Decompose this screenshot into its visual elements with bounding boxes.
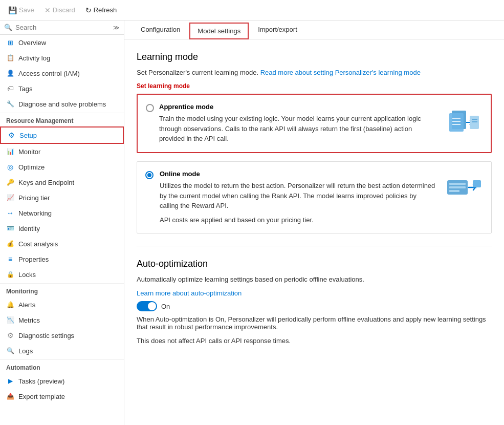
export-icon <box>6 392 14 400</box>
content-body: Learning mode Set Personalizer's current… <box>124 39 504 363</box>
sidebar-item-access-control[interactable]: Access control (IAM) <box>0 66 124 81</box>
monitoring-label: Monitoring <box>0 283 124 297</box>
optimize-icon <box>6 163 14 171</box>
learning-mode-title: Learning mode <box>137 52 492 62</box>
setup-icon <box>7 131 15 139</box>
auto-opt-link[interactable]: Learn more about auto-optimization <box>137 289 492 297</box>
sidebar-item-diagnose[interactable]: Diagnose and solve problems <box>0 96 124 112</box>
activity-icon <box>6 54 14 62</box>
search-icon: 🔍 <box>4 24 12 31</box>
auto-opt-additional-note: This does not affect API calls or API re… <box>137 337 492 345</box>
svg-rect-1 <box>449 113 464 132</box>
tabs-bar: Configuration Model settings Import/expo… <box>124 20 504 39</box>
sidebar-item-diagnostic-settings[interactable]: Diagnostic settings <box>0 328 124 343</box>
diagnose-icon <box>6 100 14 108</box>
automation-label: Automation <box>0 359 124 373</box>
sidebar-item-logs[interactable]: Logs <box>0 343 124 358</box>
svg-rect-12 <box>473 180 481 187</box>
sidebar: 🔍 ≫ Overview Activity log Access control… <box>0 20 124 425</box>
sidebar-item-activity-log[interactable]: Activity log <box>0 50 124 66</box>
properties-icon <box>6 255 14 263</box>
apprentice-mode-radio[interactable] <box>146 104 154 112</box>
online-mode-radio[interactable] <box>145 171 154 179</box>
refresh-button[interactable]: ↻ Refresh <box>81 4 121 16</box>
alerts-icon <box>6 301 14 309</box>
tasks-icon <box>6 377 14 385</box>
sidebar-item-alerts[interactable]: Alerts <box>0 297 124 312</box>
online-illustration <box>442 170 483 211</box>
discard-button[interactable]: ✕ Discard <box>40 4 79 16</box>
refresh-icon: ↻ <box>85 6 92 14</box>
sidebar-item-metrics[interactable]: Metrics <box>0 312 124 328</box>
tab-import-export[interactable]: Import/export <box>250 21 305 39</box>
sidebar-item-setup[interactable]: Setup <box>0 126 124 144</box>
content-area: Configuration Model settings Import/expo… <box>124 20 504 425</box>
online-mode-desc: Utilizes the model to return the best ac… <box>160 181 436 211</box>
cost-icon <box>6 240 14 248</box>
overview-icon <box>6 38 14 47</box>
sidebar-item-keys[interactable]: Keys and Endpoint <box>0 175 124 190</box>
section-divider <box>137 246 492 246</box>
access-icon <box>6 69 14 77</box>
sidebar-item-cost[interactable]: Cost analysis <box>0 236 124 251</box>
apprentice-mode-radio-area: Apprentice mode Train the model using yo… <box>146 103 435 144</box>
sidebar-item-monitor[interactable]: Monitor <box>0 144 124 159</box>
apprentice-mode-desc: Train the model using your existing logi… <box>159 114 435 144</box>
monitor-icon <box>6 147 14 156</box>
svg-rect-10 <box>449 186 466 188</box>
sidebar-item-tasks[interactable]: Tasks (preview) <box>0 373 124 389</box>
learning-mode-description: Set Personalizer's current learning mode… <box>137 69 492 76</box>
tab-model-settings[interactable]: Model settings <box>189 23 249 39</box>
search-input[interactable] <box>15 24 110 31</box>
online-svg <box>442 170 483 211</box>
sidebar-item-networking[interactable]: Networking <box>0 205 124 221</box>
sidebar-item-tags[interactable]: Tags <box>0 81 124 96</box>
pricing-icon <box>6 194 14 202</box>
svg-rect-11 <box>449 190 459 192</box>
online-mode-title: Online mode <box>160 170 436 178</box>
auto-opt-title: Auto-optimization <box>137 259 492 269</box>
save-button[interactable]: 💾 Save <box>4 4 38 16</box>
auto-opt-desc: Automatically optimize learning settings… <box>137 275 492 283</box>
sidebar-item-export[interactable]: Export template <box>0 389 124 404</box>
resource-management-label: Resource Management <box>0 113 124 126</box>
logs-icon <box>6 347 14 355</box>
auto-opt-toggle-container: On <box>137 301 492 311</box>
apprentice-mode-card[interactable]: Apprentice mode Train the model using yo… <box>137 94 492 153</box>
auto-opt-note: When Auto-optimization is On, Personaliz… <box>137 315 492 331</box>
auto-opt-toggle-label: On <box>161 303 170 310</box>
svg-rect-5 <box>470 116 479 129</box>
locks-icon <box>6 270 14 279</box>
svg-rect-9 <box>449 183 466 185</box>
keys-icon <box>6 178 14 186</box>
sidebar-item-pricing[interactable]: Pricing tier <box>0 190 124 205</box>
diagnostic-settings-icon <box>6 331 14 339</box>
discard-icon: ✕ <box>45 6 51 14</box>
identity-icon <box>6 224 14 232</box>
set-learning-mode-label: Set learning mode <box>137 82 492 90</box>
sidebar-item-overview[interactable]: Overview <box>0 35 124 50</box>
apprentice-illustration <box>442 103 483 144</box>
tags-icon <box>6 84 14 93</box>
apprentice-mode-content: Apprentice mode Train the model using yo… <box>159 103 435 144</box>
online-mode-card[interactable]: Online mode Utilizes the model to return… <box>137 161 492 233</box>
learning-mode-link[interactable]: Read more about setting Personalizer's l… <box>260 69 421 76</box>
sidebar-item-properties[interactable]: Properties <box>0 251 124 267</box>
main-container: 🔍 ≫ Overview Activity log Access control… <box>0 20 504 425</box>
online-mode-api-note: API costs are applied and based on your … <box>160 215 436 225</box>
networking-icon <box>6 209 14 217</box>
sidebar-item-optimize[interactable]: Optimize <box>0 159 124 175</box>
save-icon: 💾 <box>8 6 17 14</box>
sidebar-search-container: 🔍 ≫ <box>0 20 124 35</box>
apprentice-mode-title: Apprentice mode <box>159 103 435 111</box>
metrics-icon <box>6 316 14 324</box>
toolbar: 💾 Save ✕ Discard ↻ Refresh <box>0 0 504 20</box>
auto-opt-toggle[interactable] <box>137 301 157 311</box>
online-mode-content: Online mode Utilizes the model to return… <box>160 170 436 225</box>
sidebar-item-locks[interactable]: Locks <box>0 267 124 282</box>
apprentice-svg <box>442 103 483 144</box>
collapse-sidebar-icon[interactable]: ≫ <box>113 24 120 31</box>
tab-configuration[interactable]: Configuration <box>133 21 188 39</box>
sidebar-item-identity[interactable]: Identity <box>0 221 124 236</box>
